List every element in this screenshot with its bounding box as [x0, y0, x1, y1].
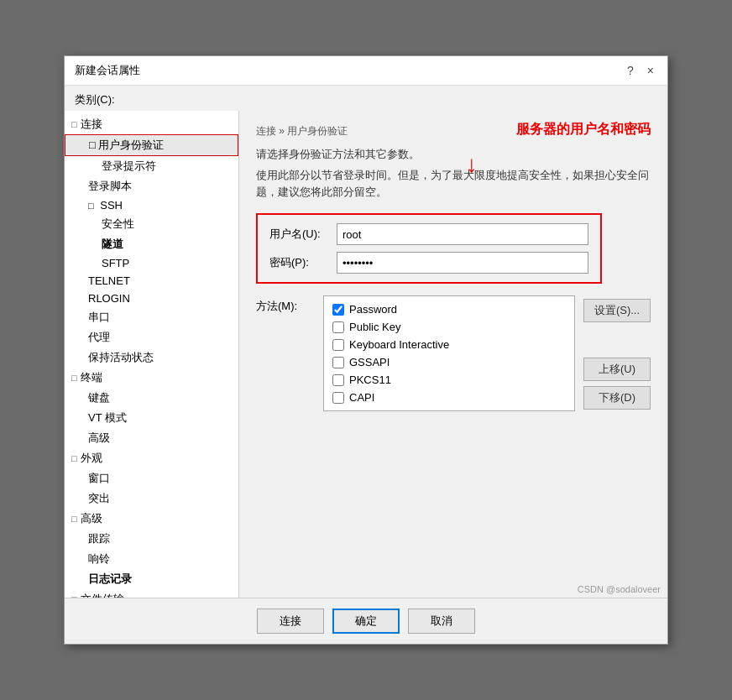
sidebar-item-advanced[interactable]: 高级	[65, 428, 238, 448]
method-password-label: Password	[349, 303, 397, 316]
password-label: 密码(P):	[269, 255, 337, 270]
sidebar-item-keepalive[interactable]: 保持活动状态	[65, 347, 238, 368]
sidebar-advanced-label: 高级	[88, 431, 110, 446]
sidebar-item-login-script[interactable]: 登录脚本	[65, 176, 238, 196]
sidebar-appearance-label: 外观	[81, 451, 102, 466]
expand-icon-ssh: □	[88, 201, 94, 211]
move-down-button[interactable]: 下移(D)	[583, 386, 651, 410]
method-keyboard-interactive-label: Keyboard Interactive	[349, 338, 449, 351]
methods-section: 方法(M): Password Public Key K	[256, 295, 651, 411]
title-bar: 新建会话属性 ? ×	[65, 56, 667, 86]
sidebar-item-log[interactable]: 日志记录	[65, 569, 238, 589]
sidebar-terminal-label: 终端	[81, 370, 102, 385]
sidebar-item-tunnel[interactable]: 隧道	[65, 234, 238, 254]
sidebar-connect-label: 连接	[81, 117, 102, 132]
method-keyboard-interactive: Keyboard Interactive	[332, 338, 566, 351]
sidebar-vt-mode-label: VT 模式	[88, 410, 127, 426]
watermark: CSDN @sodaloveer	[578, 584, 661, 594]
method-capi-checkbox[interactable]	[332, 392, 344, 404]
arrow-icon: ↓	[466, 151, 478, 178]
sidebar-item-sftp[interactable]: SFTP	[65, 254, 238, 272]
method-public-key-checkbox[interactable]	[332, 321, 344, 333]
credentials-box: 用户名(U): 密码(P):	[256, 213, 602, 284]
settings-button[interactable]: 设置(S)...	[583, 299, 651, 322]
sidebar-rlogin-label: RLOGIN	[88, 292, 130, 305]
sidebar-serial-label: 串口	[88, 310, 110, 325]
category-label: 类别(C):	[65, 86, 667, 111]
method-password-checkbox[interactable]	[332, 304, 344, 316]
sidebar-proxy-label: 代理	[88, 330, 110, 345]
method-capi-label: CAPI	[349, 391, 374, 404]
side-buttons: 设置(S)... 上移(U) 下移(D)	[583, 295, 651, 410]
password-input[interactable]	[337, 252, 588, 274]
help-button[interactable]: ?	[624, 64, 637, 77]
expand-icon-advanced2: □	[71, 514, 77, 524]
close-button[interactable]: ×	[644, 64, 657, 77]
sidebar-sftp-label: SFTP	[102, 257, 129, 269]
ok-button[interactable]: 确定	[332, 609, 400, 634]
sidebar-advanced2-label: 高级	[81, 511, 102, 526]
title-controls: ? ×	[624, 64, 657, 77]
sidebar: □ 连接 □ 用户身份验证 登录提示符 登录脚本 □ SSH 安全性	[65, 111, 239, 598]
sidebar-login-script-label: 登录脚本	[88, 179, 132, 194]
sidebar-item-terminal[interactable]: □ 终端	[65, 368, 238, 388]
sidebar-trace-label: 跟踪	[88, 531, 110, 546]
move-up-button[interactable]: 上移(U)	[583, 358, 651, 381]
method-keyboard-interactive-checkbox[interactable]	[332, 339, 344, 351]
sidebar-item-rlogin[interactable]: RLOGIN	[65, 290, 238, 307]
sidebar-item-file-transfer[interactable]: □ 文件传输	[65, 589, 238, 598]
sidebar-log-label: 日志记录	[88, 572, 132, 587]
methods-box: Password Public Key Keyboard Interactive	[323, 295, 575, 411]
sidebar-item-proxy[interactable]: 代理	[65, 327, 238, 347]
sidebar-item-telnet[interactable]: TELNET	[65, 272, 238, 290]
username-row: 用户名(U):	[269, 223, 588, 245]
sidebar-item-window[interactable]: 窗口	[65, 468, 238, 488]
expand-icon-file-transfer: □	[71, 594, 77, 598]
sidebar-item-highlight[interactable]: 突出	[65, 488, 238, 509]
expand-icon-appearance: □	[71, 453, 77, 463]
sidebar-item-appearance[interactable]: □ 外观	[65, 448, 238, 468]
sidebar-tunnel-label: 隧道	[102, 237, 123, 252]
sidebar-file-transfer-label: 文件传输	[81, 592, 124, 598]
method-pkcs11-label: PKCS11	[349, 374, 391, 386]
sidebar-telnet-label: TELNET	[88, 274, 130, 287]
method-capi: CAPI	[332, 391, 566, 404]
username-label: 用户名(U):	[269, 227, 337, 242]
sidebar-item-serial[interactable]: 串口	[65, 307, 238, 327]
method-public-key-label: Public Key	[349, 321, 400, 333]
sidebar-item-trace[interactable]: 跟踪	[65, 529, 238, 549]
sidebar-item-keyboard[interactable]: 键盘	[65, 388, 238, 408]
method-gssapi-checkbox[interactable]	[332, 357, 344, 368]
connect-button[interactable]: 连接	[257, 609, 324, 634]
sidebar-item-user-auth[interactable]: □ 用户身份验证	[65, 134, 238, 156]
sidebar-user-auth-label: □ 用户身份验证	[89, 138, 164, 153]
method-pkcs11-checkbox[interactable]	[332, 374, 344, 386]
method-password: Password	[332, 303, 566, 316]
description1: 请选择身份验证方法和其它参数。	[256, 147, 651, 162]
sidebar-login-prompt-label: 登录提示符	[102, 159, 156, 174]
sidebar-item-bell[interactable]: 响铃	[65, 549, 238, 569]
cancel-button[interactable]: 取消	[408, 609, 475, 634]
sidebar-item-ssh[interactable]: □ SSH	[65, 196, 238, 214]
sidebar-item-connect[interactable]: □ 连接	[65, 114, 238, 134]
credentials-group: 用户名(U): 密码(P):	[256, 213, 651, 284]
new-session-dialog: 新建会话属性 ? × 类别(C): □ 连接 □ 用户身份验证 登录提示符	[64, 55, 668, 645]
sidebar-item-security[interactable]: 安全性	[65, 214, 238, 234]
description2: 使用此部分以节省登录时间。但是，为了最大限度地提高安全性，如果担心安全问题，建议…	[256, 167, 651, 200]
sidebar-item-vt-mode[interactable]: VT 模式	[65, 408, 238, 428]
footer: 连接 确定 取消	[65, 598, 667, 644]
expand-icon-connect: □	[71, 119, 77, 129]
sidebar-highlight-label: 突出	[88, 491, 110, 506]
annotation-text: 服务器的用户名和密码	[516, 121, 651, 138]
sidebar-security-label: 安全性	[102, 217, 134, 232]
method-gssapi-label: GSSAPI	[349, 356, 390, 368]
expand-icon-terminal: □	[71, 373, 77, 383]
dialog-title: 新建会话属性	[75, 63, 140, 78]
password-row: 密码(P):	[269, 252, 588, 274]
right-panel: 连接 » 用户身份验证 服务器的用户名和密码 请选择身份验证方法和其它参数。 使…	[239, 111, 667, 598]
sidebar-item-advanced2[interactable]: □ 高级	[65, 509, 238, 529]
sidebar-ssh-label: SSH	[100, 199, 123, 212]
method-public-key: Public Key	[332, 321, 566, 333]
sidebar-item-login-prompt[interactable]: 登录提示符	[65, 156, 238, 176]
username-input[interactable]	[337, 223, 588, 245]
